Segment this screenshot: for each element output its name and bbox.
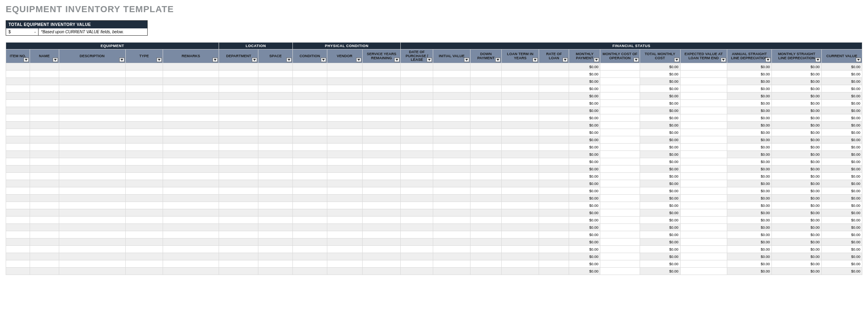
cell[interactable] xyxy=(30,151,59,158)
cell[interactable] xyxy=(59,180,125,187)
filter-dropdown-icon[interactable] xyxy=(213,58,218,62)
cell[interactable] xyxy=(219,217,258,224)
cell[interactable] xyxy=(680,107,727,114)
cell[interactable] xyxy=(327,238,362,246)
cell[interactable] xyxy=(539,114,569,122)
cell[interactable] xyxy=(327,253,362,260)
cell[interactable] xyxy=(59,78,125,85)
cell[interactable] xyxy=(600,217,640,224)
cell[interactable] xyxy=(501,100,539,107)
cell[interactable] xyxy=(30,180,59,187)
cell[interactable] xyxy=(327,129,362,136)
cell[interactable] xyxy=(433,136,470,144)
cell[interactable] xyxy=(293,107,327,114)
cell[interactable] xyxy=(258,195,293,202)
cell[interactable] xyxy=(471,107,502,114)
cell[interactable] xyxy=(125,92,163,100)
cell[interactable] xyxy=(539,180,569,187)
filter-dropdown-icon[interactable] xyxy=(53,58,58,62)
cell[interactable] xyxy=(362,224,401,231)
cell[interactable] xyxy=(471,195,502,202)
cell[interactable] xyxy=(163,224,219,231)
cell[interactable] xyxy=(30,78,59,85)
cell[interactable] xyxy=(401,253,433,260)
cell[interactable] xyxy=(6,195,30,202)
cell[interactable] xyxy=(471,180,502,187)
cell[interactable] xyxy=(125,238,163,246)
cell[interactable] xyxy=(163,114,219,122)
cell[interactable] xyxy=(258,268,293,275)
cell[interactable] xyxy=(163,217,219,224)
cell[interactable] xyxy=(163,151,219,158)
cell[interactable] xyxy=(471,158,502,165)
cell[interactable] xyxy=(30,202,59,209)
cell[interactable] xyxy=(327,78,362,85)
cell[interactable] xyxy=(539,165,569,173)
cell[interactable] xyxy=(125,151,163,158)
cell[interactable] xyxy=(327,85,362,92)
cell[interactable] xyxy=(258,165,293,173)
cell[interactable] xyxy=(539,202,569,209)
cell[interactable] xyxy=(219,238,258,246)
cell[interactable] xyxy=(219,129,258,136)
cell[interactable] xyxy=(471,217,502,224)
cell[interactable] xyxy=(362,180,401,187)
cell[interactable] xyxy=(6,85,30,92)
cell[interactable] xyxy=(125,71,163,78)
cell[interactable] xyxy=(163,238,219,246)
filter-dropdown-icon[interactable] xyxy=(765,58,771,62)
cell[interactable] xyxy=(6,122,30,129)
cell[interactable] xyxy=(471,92,502,100)
cell[interactable] xyxy=(680,173,727,180)
cell[interactable] xyxy=(501,114,539,122)
cell[interactable] xyxy=(433,268,470,275)
cell[interactable] xyxy=(293,136,327,144)
cell[interactable] xyxy=(327,260,362,268)
cell[interactable] xyxy=(362,71,401,78)
cell[interactable] xyxy=(258,144,293,151)
cell[interactable] xyxy=(680,165,727,173)
cell[interactable] xyxy=(125,195,163,202)
cell[interactable] xyxy=(219,195,258,202)
cell[interactable] xyxy=(59,136,125,144)
cell[interactable] xyxy=(163,122,219,129)
cell[interactable] xyxy=(501,78,539,85)
cell[interactable] xyxy=(539,92,569,100)
cell[interactable] xyxy=(219,107,258,114)
cell[interactable] xyxy=(30,195,59,202)
cell[interactable] xyxy=(59,100,125,107)
cell[interactable] xyxy=(501,209,539,217)
cell[interactable] xyxy=(59,144,125,151)
cell[interactable] xyxy=(59,158,125,165)
cell[interactable] xyxy=(501,187,539,195)
cell[interactable] xyxy=(501,165,539,173)
cell[interactable] xyxy=(327,144,362,151)
cell[interactable] xyxy=(327,187,362,195)
cell[interactable] xyxy=(6,92,30,100)
cell[interactable] xyxy=(219,246,258,253)
cell[interactable] xyxy=(163,165,219,173)
cell[interactable] xyxy=(600,114,640,122)
filter-dropdown-icon[interactable] xyxy=(119,58,125,62)
cell[interactable] xyxy=(30,253,59,260)
cell[interactable] xyxy=(258,100,293,107)
cell[interactable] xyxy=(327,224,362,231)
filter-dropdown-icon[interactable] xyxy=(464,58,469,62)
cell[interactable] xyxy=(219,173,258,180)
cell[interactable] xyxy=(471,173,502,180)
cell[interactable] xyxy=(401,165,433,173)
cell[interactable] xyxy=(539,224,569,231)
cell[interactable] xyxy=(219,151,258,158)
cell[interactable] xyxy=(258,231,293,238)
cell[interactable] xyxy=(219,165,258,173)
cell[interactable] xyxy=(401,268,433,275)
cell[interactable] xyxy=(680,253,727,260)
cell[interactable] xyxy=(163,260,219,268)
cell[interactable] xyxy=(30,107,59,114)
cell[interactable] xyxy=(293,209,327,217)
cell[interactable] xyxy=(501,224,539,231)
cell[interactable] xyxy=(362,217,401,224)
cell[interactable] xyxy=(471,209,502,217)
cell[interactable] xyxy=(471,114,502,122)
cell[interactable] xyxy=(401,180,433,187)
